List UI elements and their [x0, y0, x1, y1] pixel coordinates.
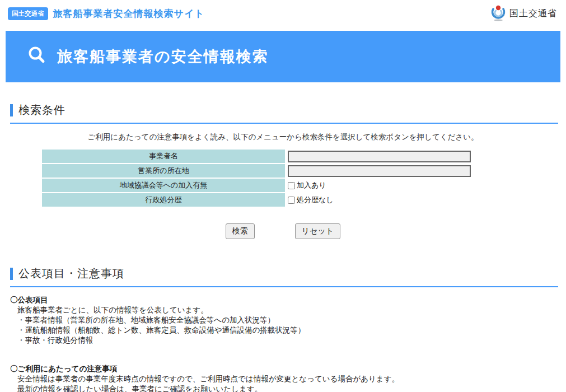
search-conditions-section: 検索条件	[10, 102, 558, 124]
search-section-title: 検索条件	[18, 102, 66, 118]
council-membership-cell: 加入あり	[285, 179, 471, 192]
table-row: 地域協議会等への加入有無 加入あり	[42, 179, 471, 192]
table-row: 営業所の所在地	[42, 164, 471, 178]
button-row: 検索 リセット	[0, 223, 566, 239]
note-line: 最新の情報を確認したい場合は、事業者にご確認をお願いいたします。	[10, 384, 566, 392]
note-line: 安全情報は事業者の事業年度末時点の情報ですので、ご利用時点では情報が変更となって…	[10, 374, 566, 384]
note-line: ・事故・行政処分情報	[10, 335, 566, 346]
mlit-logo-label: 国土交通省	[509, 8, 557, 20]
council-membership-checkbox-label: 加入あり	[297, 180, 326, 190]
mlit-logo-icon	[490, 3, 507, 24]
section-accent-bar	[10, 268, 13, 280]
notes-section-header: 公表項目・注意事項	[10, 266, 558, 287]
hero-banner: 旅客船事業者の安全情報検索	[6, 31, 560, 82]
notes-section-title: 公表項目・注意事項	[18, 266, 124, 281]
search-button[interactable]: 検索	[226, 223, 255, 239]
note-line: ・事業者情報（営業所の所在地、地域旅客船安全協議会等への加入状況等）	[10, 315, 566, 325]
council-membership-checkbox[interactable]	[288, 182, 295, 189]
notes-section: 公表項目・注意事項	[10, 266, 558, 287]
office-location-label: 営業所の所在地	[42, 164, 285, 178]
disposition-history-cell: 処分歴なし	[285, 193, 471, 207]
site-title-link[interactable]: 旅客船事業者安全情報検索サイト	[53, 7, 205, 20]
search-icon	[26, 44, 48, 69]
page-title: 旅客船事業者の安全情報検索	[57, 46, 269, 67]
published-items-title: 〇公表項目	[10, 295, 566, 305]
published-items-block: 〇公表項目 旅客船事業者ごとに、以下の情報等を公表しています。 ・事業者情報（営…	[10, 295, 566, 346]
search-instruction: ご利用にあたっての注意事項をよく読み、以下のメニューから検索条件を選択して検索ボ…	[0, 132, 566, 142]
disposition-history-checkbox-label: 処分歴なし	[297, 195, 334, 205]
section-accent-bar	[10, 104, 13, 116]
disposition-history-option[interactable]: 処分歴なし	[288, 195, 334, 205]
note-line: 旅客船事業者ごとに、以下の情報等を公表しています。	[10, 305, 566, 315]
gov-badge: 国土交通省	[8, 7, 48, 20]
office-location-cell	[285, 164, 471, 178]
disposition-history-label: 行政処分歴	[42, 193, 285, 207]
operator-name-cell	[285, 150, 471, 163]
top-header: 国土交通省 旅客船事業者安全情報検索サイト 国土交通省	[0, 0, 566, 27]
reset-button[interactable]: リセット	[295, 223, 340, 239]
mlit-logo[interactable]: 国土交通省	[490, 3, 557, 24]
notes-body: 〇公表項目 旅客船事業者ごとに、以下の情報等を公表しています。 ・事業者情報（営…	[10, 295, 566, 392]
office-location-input[interactable]	[288, 165, 471, 177]
council-membership-option[interactable]: 加入あり	[288, 180, 326, 190]
usage-cautions-title: 〇ご利用にあたっての注意事項	[10, 364, 566, 374]
table-row: 行政処分歴 処分歴なし	[42, 193, 471, 207]
disposition-history-checkbox[interactable]	[288, 197, 295, 204]
operator-name-input[interactable]	[288, 151, 471, 162]
usage-cautions-block: 〇ご利用にあたっての注意事項 安全情報は事業者の事業年度末時点の情報ですので、ご…	[10, 364, 566, 392]
search-form-table: 事業者名 営業所の所在地 地域協議会等への加入有無 加入あり 行政処分歴 処分歴…	[42, 150, 471, 207]
council-membership-label: 地域協議会等への加入有無	[42, 179, 285, 192]
table-row: 事業者名	[42, 150, 471, 163]
note-line: ・運航船舶情報（船舶数、総トン数、旅客定員、救命設備や通信設備の搭載状況等）	[10, 325, 566, 335]
search-section-header: 検索条件	[10, 102, 558, 124]
operator-name-label: 事業者名	[42, 150, 285, 163]
